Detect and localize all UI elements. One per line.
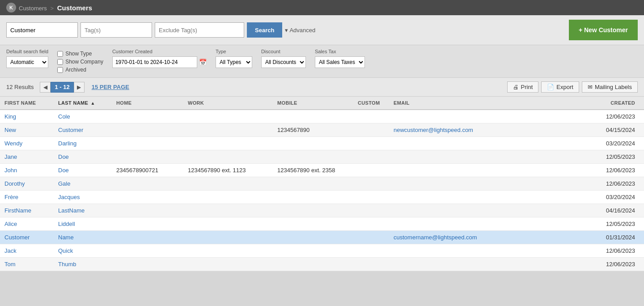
col-header-mobile[interactable]: MOBILE (273, 97, 353, 110)
last-name-link[interactable]: Cole (58, 113, 70, 120)
show-company-label: Show Company (65, 59, 103, 65)
cell-email (389, 204, 599, 217)
table-row[interactable]: New Customer 1234567890 newcustomer@ligh… (0, 123, 644, 137)
cell-email (389, 137, 599, 150)
discount-label: Discount (261, 49, 306, 54)
cell-last-name: Customer (54, 123, 112, 137)
last-name-link[interactable]: Quick (58, 247, 73, 254)
cell-email (389, 150, 599, 164)
cell-email (389, 191, 599, 204)
prev-page-button[interactable]: ◀ (40, 82, 51, 93)
cell-home (112, 123, 183, 137)
exclude-tags-input[interactable] (155, 22, 244, 38)
last-name-link[interactable]: Liddell (58, 221, 75, 227)
cell-first-name: Alice (0, 217, 54, 231)
col-header-email[interactable]: EMAIL (389, 97, 599, 110)
cell-custom (353, 137, 389, 150)
table-row[interactable]: Wendy Darling 03/20/2024 (0, 137, 644, 150)
table-row[interactable]: Dorothy Gale 12/06/2023 (0, 177, 644, 191)
type-select[interactable]: All Types Individual Company (216, 56, 252, 68)
customer-input[interactable] (6, 22, 78, 38)
new-customer-button[interactable]: + New Customer (569, 20, 638, 40)
sort-arrow-icon: ▲ (91, 101, 95, 106)
last-name-link[interactable]: Jacques (58, 194, 80, 200)
first-name-link[interactable]: King (4, 113, 16, 120)
table-row[interactable]: John Doe 2345678900721 1234567890 ext. 1… (0, 164, 644, 177)
last-name-link[interactable]: Thumb (58, 261, 76, 268)
first-name-link[interactable]: Jane (4, 153, 17, 160)
advanced-button[interactable]: ▾ Advanced (285, 27, 315, 34)
col-header-custom[interactable]: CUSTOM (353, 97, 389, 110)
breadcrumb-separator: > (50, 5, 54, 12)
cell-home (112, 177, 183, 191)
show-company-checkbox-label[interactable]: Show Company (57, 59, 103, 65)
table-row[interactable]: Jane Doe 12/05/2023 (0, 150, 644, 164)
archived-label: Archived (65, 67, 86, 73)
last-name-link[interactable]: Darling (58, 140, 76, 147)
first-name-link[interactable]: FirstName (4, 207, 31, 214)
show-company-checkbox[interactable] (57, 59, 63, 65)
table-row[interactable]: Tom Thumb 12/06/2023 (0, 258, 644, 271)
table-row[interactable]: King Cole 12/06/2023 (0, 110, 644, 123)
cell-first-name: Jane (0, 150, 54, 164)
date-range-input[interactable] (112, 56, 197, 68)
cell-last-name: Quick (54, 244, 112, 258)
last-name-link[interactable]: Doe (58, 167, 69, 174)
breadcrumb-parent[interactable]: Customers (19, 5, 47, 12)
cell-first-name: New (0, 123, 54, 137)
print-button[interactable]: 🖨 Print (507, 81, 539, 93)
calendar-icon[interactable]: 📅 (199, 59, 207, 66)
default-search-select[interactable]: Automatic First Name Last Name Email (6, 56, 48, 68)
search-button[interactable]: Search (247, 22, 282, 38)
cell-home (112, 258, 183, 271)
table-row[interactable]: Frère Jacques 03/20/2024 (0, 191, 644, 204)
last-name-link[interactable]: LastName (58, 207, 85, 214)
sales-tax-select[interactable]: All Sales Taxes No Tax (315, 56, 365, 68)
first-name-link[interactable]: Dorothy (4, 180, 25, 187)
last-name-link[interactable]: Name (58, 234, 74, 241)
discount-select[interactable]: All Discounts No Discount (261, 56, 306, 68)
results-count: 12 Results (6, 84, 34, 90)
table-row[interactable]: Customer Name customername@lightspeed.co… (0, 231, 644, 244)
cell-custom (353, 231, 389, 244)
col-header-first-name[interactable]: FIRST NAME (0, 97, 54, 110)
first-name-link[interactable]: New (4, 127, 16, 133)
col-header-work[interactable]: WORK (183, 97, 273, 110)
next-page-button[interactable]: ▶ (74, 82, 85, 93)
first-name-link[interactable]: Tom (4, 261, 16, 268)
cell-mobile: 1234567890 ext. 2358 (273, 164, 353, 177)
archived-checkbox[interactable] (57, 67, 63, 73)
show-type-checkbox-label[interactable]: Show Type (57, 51, 103, 57)
last-name-link[interactable]: Customer (58, 127, 83, 133)
table-row[interactable]: Alice Liddell 12/05/2023 (0, 217, 644, 231)
email-link[interactable]: customername@lightspeed.com (394, 234, 477, 241)
per-page-selector[interactable]: 15 PER PAGE (92, 84, 129, 90)
email-link[interactable]: newcustomer@lightspeed.com (394, 127, 473, 133)
type-label: Type (216, 49, 252, 54)
col-header-last-name[interactable]: LAST NAME ▲ (54, 97, 112, 110)
show-type-checkbox[interactable] (57, 51, 63, 57)
first-name-link[interactable]: John (4, 167, 17, 174)
first-name-link[interactable]: Frère (4, 194, 18, 200)
first-name-link[interactable]: Alice (4, 221, 17, 227)
export-button[interactable]: 📄 Export (541, 81, 579, 93)
archived-checkbox-label[interactable]: Archived (57, 67, 103, 73)
last-name-link[interactable]: Doe (58, 153, 69, 160)
cell-mobile (273, 244, 353, 258)
first-name-link[interactable]: Wendy (4, 140, 22, 147)
first-name-link[interactable]: Jack (4, 247, 17, 254)
mailing-labels-button[interactable]: ✉ Mailing Labels (582, 81, 638, 93)
cell-work (183, 217, 273, 231)
col-header-created[interactable]: CREATED (599, 97, 644, 110)
table-row[interactable]: Jack Quick 12/06/2023 (0, 244, 644, 258)
customers-table: FIRST NAME LAST NAME ▲ HOME WORK MOBILE … (0, 97, 644, 271)
table-row[interactable]: FirstName LastName 04/16/2024 (0, 204, 644, 217)
cell-home (112, 217, 183, 231)
customer-created-label: Customer Created (112, 49, 207, 54)
last-name-link[interactable]: Gale (58, 180, 70, 187)
advanced-label: Advanced (289, 27, 315, 34)
col-header-home[interactable]: HOME (112, 97, 183, 110)
tags-input[interactable] (80, 22, 152, 38)
first-name-link[interactable]: Customer (4, 234, 30, 241)
print-icon: 🖨 (513, 84, 519, 90)
